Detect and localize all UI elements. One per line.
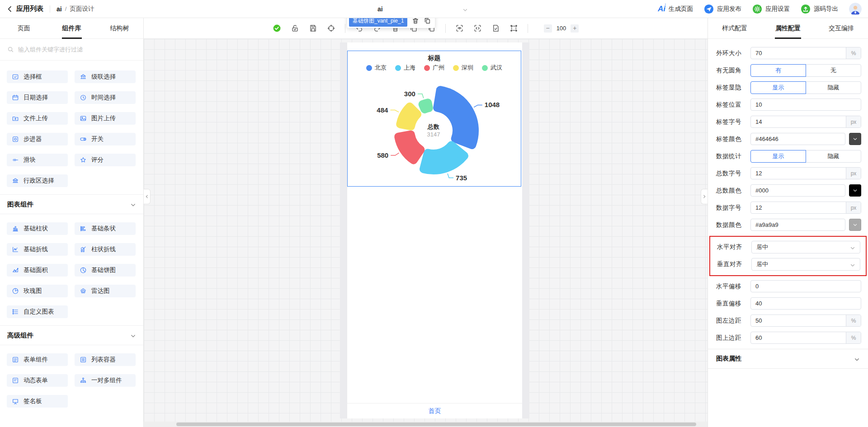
component-tile-选择框[interactable]: 选择框 <box>7 70 68 83</box>
page-selector-dropdown[interactable]: ai <box>377 0 468 18</box>
collapse-right-panel-handle[interactable] <box>701 189 708 204</box>
component-tile-评分[interactable]: 评分 <box>75 154 136 166</box>
pie-center-label: 总数 <box>427 123 439 130</box>
label-font-size-input[interactable] <box>751 116 846 127</box>
combo-chart-icon <box>80 246 87 253</box>
collapse-left-panel-handle[interactable] <box>144 189 151 204</box>
property-row-total-font-size: 总数字号px <box>708 167 868 179</box>
delete-component-icon[interactable] <box>412 17 419 24</box>
back-chevron-icon[interactable] <box>6 5 14 13</box>
generate-page-button[interactable]: Ai↑生成页面 <box>658 5 693 14</box>
component-grid: 基础柱状基础条状基础折线柱状折线基础面积基础饼图玫瑰图雷达图自定义图表 <box>0 222 143 318</box>
list-container-icon <box>80 356 87 363</box>
page-check-icon[interactable] <box>491 24 500 33</box>
component-tile-步进器[interactable]: 步进器 <box>7 133 68 145</box>
status-check-icon[interactable] <box>273 24 281 33</box>
component-tile-基础条状[interactable]: 基础条状 <box>75 222 136 235</box>
copy-component-icon[interactable] <box>424 17 431 24</box>
code-view-icon[interactable] <box>473 24 482 33</box>
panel-tab-样式配置[interactable]: 样式配置 <box>708 18 761 39</box>
component-tile-开关[interactable]: 开关 <box>75 133 136 145</box>
app-settings-button[interactable]: 应用设置 <box>752 4 790 14</box>
component-tile-动态表单[interactable]: 动态表单 <box>7 374 68 387</box>
section-header-图表组件[interactable]: 图表组件 <box>0 194 143 214</box>
component-tile-日期选择[interactable]: 日期选择 <box>7 91 68 104</box>
page-footer-tab[interactable]: 首页 <box>347 403 522 418</box>
component-tile-自定义图表[interactable]: 自定义图表 <box>7 305 68 318</box>
rounded-corner-option-无[interactable]: 无 <box>806 64 861 77</box>
total-color-input[interactable] <box>751 185 845 196</box>
save-icon[interactable] <box>309 24 317 33</box>
outer-ring-size-input[interactable] <box>751 47 846 59</box>
component-label: 玫瑰图 <box>24 287 42 295</box>
component-label: 日期选择 <box>24 94 48 102</box>
chart-left-margin-input[interactable] <box>751 315 846 326</box>
frame-select-icon[interactable] <box>509 24 518 33</box>
component-tile-行政区选择[interactable]: 行政区选择 <box>7 174 68 187</box>
component-tile-滑块[interactable]: 滑块 <box>7 154 68 166</box>
horizontal-align-select[interactable]: 居中 <box>751 241 860 253</box>
label-color-input[interactable] <box>751 133 845 145</box>
total-color-swatch-button[interactable] <box>849 184 861 197</box>
component-tile-雷达图[interactable]: 雷达图 <box>75 285 136 297</box>
total-font-size-input[interactable] <box>751 168 846 179</box>
label-visibility-option-隐藏[interactable]: 隐藏 <box>806 81 861 94</box>
component-tile-基础折线[interactable]: 基础折线 <box>7 243 68 256</box>
export-source-button[interactable]: 源码导出 <box>801 4 838 14</box>
panel-tab-交互编排[interactable]: 交互编排 <box>815 18 868 39</box>
property-row-label-font-size: 标签字号px <box>708 116 868 128</box>
publish-app-button[interactable]: 应用发布 <box>704 4 741 14</box>
panel-tab-属性配置[interactable]: 属性配置 <box>761 18 815 39</box>
horizontal-offset-input[interactable] <box>751 281 861 292</box>
pie-value-label: 580 <box>377 151 388 159</box>
data-color-input[interactable] <box>751 219 845 230</box>
pie-chart-component[interactable]: 标题 北京上海广州深圳武汉 1048735580484300总数3147 <box>347 51 521 187</box>
component-tile-基础面积[interactable]: 基础面积 <box>7 264 68 277</box>
component-tile-时间选择[interactable]: 时间选择 <box>75 91 136 104</box>
legend-item-上海: 上海 <box>395 64 415 72</box>
section-header-高级组件[interactable]: 高级组件 <box>0 325 143 345</box>
sidebar-tab-组件库[interactable]: 组件库 <box>48 18 96 39</box>
sidebar-tab-页面[interactable]: 页面 <box>0 18 48 39</box>
selected-value: 居中 <box>756 243 850 251</box>
label-visibility-option-显示[interactable]: 显示 <box>750 81 806 94</box>
back-to-app-list-link[interactable]: 应用列表 <box>16 5 43 13</box>
zoom-in-button[interactable]: + <box>571 24 579 33</box>
component-tile-一对多组件[interactable]: 一对多组件 <box>75 374 136 387</box>
component-tile-基础柱状[interactable]: 基础柱状 <box>7 222 68 235</box>
property-label: 标签显隐 <box>716 84 744 92</box>
component-tile-签名板[interactable]: 签名板 <box>7 395 68 408</box>
rounded-corner-option-有[interactable]: 有 <box>750 64 806 77</box>
user-avatar[interactable] <box>849 3 862 15</box>
component-tile-玫瑰图[interactable]: 玫瑰图 <box>7 285 68 297</box>
label-position-input[interactable] <box>751 99 861 110</box>
sidebar-tab-结构树[interactable]: 结构树 <box>95 18 143 39</box>
preview-icon[interactable] <box>455 24 464 33</box>
label-color-swatch-button[interactable] <box>849 133 861 145</box>
property-row-vertical-align: 垂直对齐居中 <box>712 258 865 270</box>
vertical-offset-input[interactable] <box>751 298 861 309</box>
unlock-icon[interactable] <box>291 24 299 33</box>
data-font-size-input[interactable] <box>751 202 846 213</box>
component-tile-文件上传[interactable]: 文件上传 <box>7 112 68 125</box>
component-tile-列表容器[interactable]: 列表容器 <box>75 353 136 366</box>
component-tile-级联选择[interactable]: 级联选择 <box>75 70 136 83</box>
component-tile-基础饼图[interactable]: 基础饼图 <box>75 264 136 277</box>
chart-top-margin-input[interactable] <box>751 332 846 343</box>
chart-properties-section-header[interactable]: 图表属性 <box>708 349 868 369</box>
target-icon[interactable] <box>327 24 335 33</box>
bar-chart-icon <box>12 225 19 232</box>
search-input[interactable] <box>18 46 136 53</box>
component-tile-柱状折线[interactable]: 柱状折线 <box>75 243 136 256</box>
data-color-swatch-button[interactable] <box>849 219 861 231</box>
component-tile-表单组件[interactable]: 表单组件 <box>7 353 68 366</box>
data-summary-option-隐藏[interactable]: 隐藏 <box>806 150 861 163</box>
data-summary-option-显示[interactable]: 显示 <box>750 150 806 163</box>
image-upload-icon <box>80 115 87 122</box>
vertical-align-select[interactable]: 居中 <box>751 258 860 271</box>
legend-label: 广州 <box>433 64 444 72</box>
horizontal-scrollbar-thumb[interactable] <box>176 422 696 426</box>
component-tile-图片上传[interactable]: 图片上传 <box>75 112 136 125</box>
zoom-out-button[interactable]: − <box>544 24 552 33</box>
radar-chart-icon <box>80 287 87 295</box>
